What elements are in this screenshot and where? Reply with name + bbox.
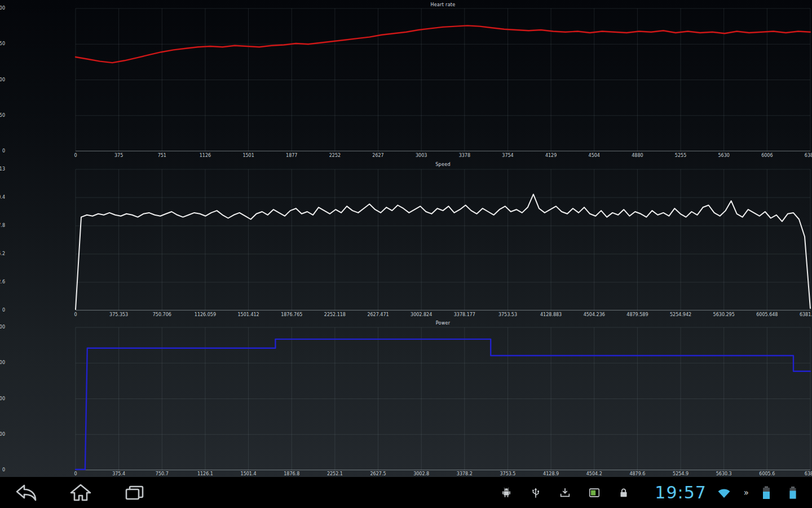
y-axis-tick-label: 10.4 [0, 195, 5, 200]
x-axis-tick-label: 5254.942 [670, 312, 691, 317]
speed-x-axis: 0375.353750.7061126.0591501.4121876.7652… [0, 312, 812, 319]
x-axis-tick-label: 1876.8 [284, 471, 299, 476]
tablet-screen: Heart rate 03757511126150118772252262730… [0, 0, 812, 508]
x-axis-tick-label: 4504.236 [584, 312, 605, 317]
heart-rate-plot-area[interactable] [76, 8, 810, 151]
x-axis-tick-label: 4880 [632, 153, 643, 158]
y-axis-tick-label: 100 [0, 432, 5, 437]
x-axis-tick-label: 0 [74, 471, 77, 476]
x-axis-tick-label: 6381.001 [800, 312, 812, 317]
power-chart-title: Power [76, 321, 810, 326]
heart-rate-series-svg [76, 8, 810, 151]
x-axis-tick-label: 1876.765 [281, 312, 302, 317]
y-axis-tick-label: 200 [0, 6, 5, 11]
x-axis-tick-label: 1501.4 [241, 471, 257, 476]
speed-chart-title: Speed [76, 162, 810, 167]
x-axis-tick-label: 4128.9 [543, 471, 559, 476]
x-axis-tick-label: 750.7 [156, 471, 169, 476]
x-axis-tick-label: 1501.412 [237, 312, 259, 317]
x-axis-tick-label: 1126.1 [197, 471, 213, 476]
x-axis-tick-label: 4504 [589, 153, 600, 158]
home-button[interactable] [68, 481, 94, 504]
x-axis-tick-label: 1877 [286, 153, 297, 158]
y-axis-tick-label: 400 [0, 325, 5, 330]
system-bar: 19:57 » [0, 477, 812, 508]
x-axis-tick-label: 2252 [329, 153, 341, 158]
y-axis-tick-label: 0 [0, 148, 5, 154]
x-axis-tick-label: 2252.118 [324, 312, 346, 317]
y-axis-tick-label: 0 [0, 467, 5, 472]
x-axis-tick-label: 6005.6 [759, 471, 775, 476]
battery-tablet-icon [761, 485, 771, 500]
back-button[interactable] [14, 481, 39, 504]
x-axis-tick-label: 3753.53 [498, 312, 517, 317]
recent-apps-button[interactable] [122, 481, 148, 504]
x-axis-tick-label: 3002.8 [413, 471, 429, 476]
x-axis-tick-label: 3754 [502, 153, 513, 158]
power-plot-area[interactable] [76, 327, 810, 470]
x-axis-tick-label: 2627.5 [370, 471, 386, 476]
x-axis-tick-label: 1501 [242, 153, 254, 158]
wifi-icon [717, 486, 731, 500]
x-axis-tick-label: 6381 [805, 471, 812, 476]
lock-icon [617, 487, 630, 499]
x-axis-tick-label: 0 [74, 153, 77, 158]
y-axis-tick-label: 13 [0, 167, 5, 172]
y-axis-tick-label: 2.6 [0, 279, 5, 284]
recent-apps-icon [122, 483, 147, 503]
heart-rate-chart-title: Heart rate [76, 2, 810, 7]
x-axis-tick-label: 751 [158, 153, 166, 158]
x-axis-tick-label: 4128.883 [540, 312, 562, 317]
android-debug-icon [500, 487, 513, 499]
x-axis-tick-label: 375 [114, 153, 123, 158]
overflow-chevron-icon: » [744, 488, 749, 498]
x-axis-tick-label: 3378 [459, 153, 470, 158]
x-axis-tick-label: 6006 [761, 153, 773, 158]
x-axis-tick-label: 375.353 [109, 312, 128, 317]
back-icon [14, 483, 39, 503]
x-axis-tick-label: 3003 [416, 153, 427, 158]
x-axis-tick-label: 5255 [675, 153, 686, 158]
screenshot-icon [588, 487, 601, 499]
x-axis-tick-label: 3378.177 [454, 312, 475, 317]
tray-download-icon [559, 487, 571, 499]
usb-connected-icon [529, 487, 542, 499]
x-axis-tick-label: 3002.824 [411, 312, 432, 317]
x-axis-tick-label: 1126 [200, 153, 211, 158]
y-axis-tick-label: 0 [0, 308, 5, 313]
y-axis-tick-label: 200 [0, 396, 5, 401]
speed-series-svg [76, 169, 810, 310]
status-tray[interactable]: 19:57 » [500, 484, 812, 501]
x-axis-tick-label: 6005.648 [756, 312, 778, 317]
y-axis-tick-label: 150 [0, 41, 5, 46]
battery-dock-icon [788, 486, 797, 500]
x-axis-tick-label: 6381 [805, 153, 812, 158]
x-axis-tick-label: 5630.3 [716, 471, 732, 476]
x-axis-tick-label: 2627.471 [367, 312, 389, 317]
y-axis-tick-label: 7.8 [0, 223, 5, 228]
x-axis-tick-label: 0 [74, 312, 77, 317]
x-axis-tick-label: 5630.295 [713, 312, 735, 317]
x-axis-tick-label: 5254.9 [673, 471, 689, 476]
power-series-svg [76, 327, 810, 470]
status-clock: 19:57 [655, 484, 706, 501]
x-axis-tick-label: 1126.059 [195, 312, 216, 317]
y-axis-tick-label: 50 [0, 113, 5, 118]
x-axis-tick-label: 2252.1 [327, 471, 343, 476]
heart-rate-x-axis: 0375751112615011877225226273003337837544… [0, 153, 812, 160]
x-axis-tick-label: 4879.6 [629, 471, 645, 476]
x-axis-tick-label: 3378.2 [457, 471, 473, 476]
x-axis-tick-label: 750.706 [153, 312, 171, 317]
y-axis-tick-label: 300 [0, 360, 5, 365]
x-axis-tick-label: 5630 [718, 153, 730, 158]
x-axis-tick-label: 4879.589 [626, 312, 648, 317]
x-axis-tick-label: 375.4 [112, 471, 125, 476]
x-axis-tick-label: 3753.5 [500, 471, 515, 476]
speed-plot-area[interactable] [76, 169, 810, 310]
home-icon [68, 483, 93, 503]
y-axis-tick-label: 100 [0, 77, 5, 82]
navigation-buttons [0, 481, 148, 504]
y-axis-tick-label: 5.2 [0, 251, 5, 256]
x-axis-tick-label: 4129 [545, 153, 557, 158]
x-axis-tick-label: 4504.2 [586, 471, 602, 476]
